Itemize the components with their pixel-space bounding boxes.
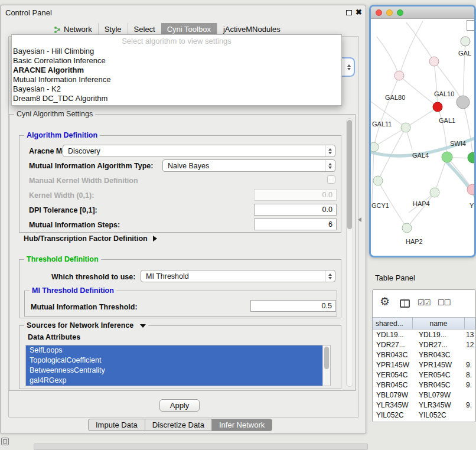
unchecked-boxes-icon[interactable]: ☐☐: [438, 298, 450, 307]
cell-partial[interactable]: 9.: [465, 360, 475, 370]
cell-name[interactable]: YBL079W: [413, 390, 465, 400]
cell-shared-name[interactable]: YLR345W: [373, 400, 413, 410]
dpi-tolerance-field[interactable]: 0.0: [254, 204, 337, 216]
cell-name[interactable]: YPR145W: [413, 360, 465, 370]
tab-impute-data[interactable]: Impute Data: [88, 419, 145, 431]
close-icon[interactable]: ✖: [356, 8, 362, 17]
cell-partial[interactable]: 9.: [465, 400, 475, 410]
network-node[interactable]: [468, 152, 474, 163]
checked-boxes-icon[interactable]: ☑☑: [418, 298, 430, 307]
table-row[interactable]: YDL19... YDL19... 13: [373, 330, 475, 340]
list-item[interactable]: SelfLoops: [26, 345, 322, 356]
tab-style[interactable]: Style: [98, 23, 128, 35]
cell-name[interactable]: YBR045C: [413, 380, 465, 390]
network-node[interactable]: [395, 71, 404, 80]
splitter-collapse-icon[interactable]: [358, 217, 361, 222]
cell-name[interactable]: YLR345W: [413, 400, 465, 410]
mi-algorithm-type-select[interactable]: Naive Bayes: [162, 159, 335, 172]
minimize-traffic-light-icon[interactable]: [386, 9, 393, 16]
partial-toolbar-button[interactable]: [467, 20, 475, 31]
popup-item-dream8[interactable]: Dream8 DC_TDC Algorithm: [12, 94, 341, 103]
cell-shared-name[interactable]: YBL079W: [373, 390, 413, 400]
network-node[interactable]: [429, 57, 439, 66]
cell-shared-name[interactable]: YDR27...: [373, 340, 413, 350]
network-node[interactable]: [433, 102, 442, 112]
column-header-shared-name[interactable]: shared...: [373, 318, 413, 329]
cell-name[interactable]: YBR043C: [413, 350, 465, 360]
network-node[interactable]: [373, 176, 383, 185]
scrollbar-thumb[interactable]: [347, 120, 352, 229]
sources-title[interactable]: Sources for Network Inference: [24, 321, 148, 330]
tab-network[interactable]: Network: [48, 23, 98, 35]
cell-shared-name[interactable]: YER054C: [373, 370, 413, 380]
hub-transcription-factor-toggle[interactable]: Hub/Transcription Factor Definition: [24, 234, 157, 243]
popup-item-bayesian-k2[interactable]: Bayesian - K2: [12, 84, 341, 94]
tab-infer-network[interactable]: Infer Network: [212, 419, 272, 431]
table-row[interactable]: YIL052C YIL052C: [373, 410, 475, 420]
cell-partial[interactable]: [465, 350, 475, 360]
node-label: GAL1: [439, 117, 455, 124]
cell-partial[interactable]: 9.: [465, 380, 475, 390]
network-node[interactable]: [430, 188, 439, 197]
column-header-partial[interactable]: [465, 318, 475, 329]
tab-select[interactable]: Select: [128, 23, 161, 35]
cell-partial[interactable]: 12: [465, 340, 475, 350]
table-row[interactable]: YLR345W YLR345W 9.: [373, 400, 475, 410]
table-row[interactable]: YBR043C YBR043C: [373, 350, 475, 360]
cell-name[interactable]: YDR27...: [413, 340, 465, 350]
network-canvas[interactable]: GAL GAL80 GAL10 GAL11 GAL1 SWI4 GAL4 GCY…: [371, 19, 474, 256]
cell-name[interactable]: YER054C: [413, 370, 465, 380]
which-threshold-select[interactable]: MI Threshold: [141, 270, 335, 282]
cell-partial[interactable]: [465, 390, 475, 400]
network-node[interactable]: [401, 123, 410, 132]
network-node[interactable]: [461, 37, 470, 46]
zoom-traffic-light-icon[interactable]: [397, 9, 403, 16]
list-scrollbar[interactable]: [322, 345, 330, 386]
settings-scrollbar[interactable]: [346, 118, 353, 387]
columns-icon[interactable]: [400, 299, 410, 308]
cell-partial[interactable]: [465, 410, 475, 420]
list-item[interactable]: TopologicalCoefficient: [26, 356, 322, 366]
tab-cyni-toolbox[interactable]: Cyni Toolbox: [161, 23, 217, 35]
table-row[interactable]: YDR27... YDR27... 12: [373, 340, 475, 350]
popup-item-aracne[interactable]: ARACNE Algorithm: [12, 66, 341, 75]
network-node[interactable]: [442, 152, 452, 162]
table-row[interactable]: YPR145W YPR145W 9.: [373, 360, 475, 370]
tab-discretize-data[interactable]: Discretize Data: [145, 419, 212, 431]
close-traffic-light-icon[interactable]: [376, 9, 382, 16]
popup-item-mutual-information[interactable]: Mutual Information Inference: [12, 75, 341, 84]
cell-partial[interactable]: 13: [465, 330, 475, 340]
horizontal-scrollbar[interactable]: [34, 444, 368, 450]
float-window-icon[interactable]: [346, 10, 352, 15]
cell-name[interactable]: YDL19...: [413, 330, 465, 340]
cell-name[interactable]: YIL052C: [413, 410, 465, 420]
cell-shared-name[interactable]: YDL19...: [373, 330, 413, 340]
collapsed-panel-icon[interactable]: [1, 438, 9, 445]
column-header-name[interactable]: name: [413, 318, 465, 329]
popup-item-basic-correlation[interactable]: Basic Correlation Inference: [12, 56, 341, 66]
apply-button[interactable]: Apply: [159, 399, 200, 412]
network-node[interactable]: [402, 223, 412, 233]
cell-partial[interactable]: 8.: [465, 370, 475, 380]
list-item[interactable]: BetweennessCentrality: [26, 366, 322, 376]
network-node[interactable]: [457, 96, 470, 109]
network-window-titlebar[interactable]: [371, 6, 474, 19]
cell-shared-name[interactable]: YIL052C: [373, 410, 413, 420]
gear-icon[interactable]: ⚙: [380, 295, 390, 308]
aracne-mode-select[interactable]: Discovery: [63, 145, 335, 157]
table-row[interactable]: YER054C YER054C 8.: [373, 370, 475, 380]
network-node[interactable]: [371, 142, 379, 152]
table-row[interactable]: YBL079W YBL079W: [373, 390, 475, 400]
table-row[interactable]: YBR045C YBR045C 9.: [373, 380, 475, 390]
tab-jactivemnodules[interactable]: jActiveMNodules: [217, 23, 286, 35]
data-attributes-list[interactable]: SelfLoops TopologicalCoefficient Between…: [25, 345, 331, 386]
popup-item-bayesian-hill-climbing[interactable]: Bayesian - Hill Climbing: [12, 47, 341, 56]
cell-shared-name[interactable]: YBR043C: [373, 350, 413, 360]
cell-shared-name[interactable]: YPR145W: [373, 360, 413, 370]
list-item[interactable]: gal4RGexp: [26, 376, 322, 386]
mi-threshold-field[interactable]: 0.5: [250, 300, 336, 312]
scrollbar-thumb[interactable]: [324, 347, 329, 369]
mi-steps-field[interactable]: 6: [254, 219, 337, 230]
cell-shared-name[interactable]: YBR045C: [373, 380, 413, 390]
node-label: GAL4: [412, 152, 429, 159]
